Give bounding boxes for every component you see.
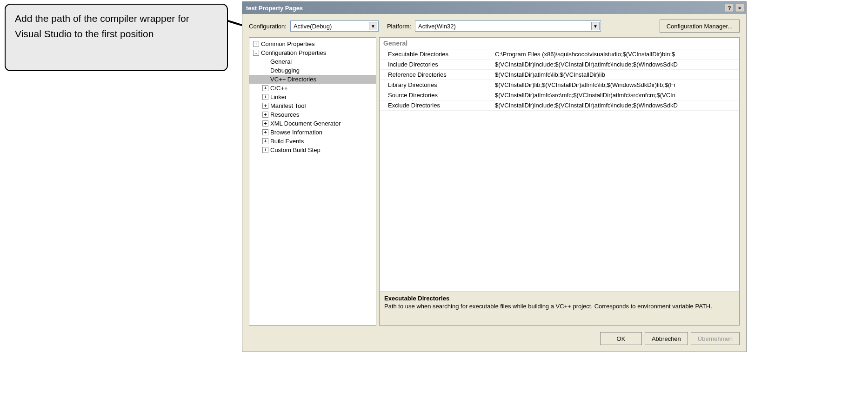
platform-label: Platform: [387, 23, 411, 30]
tree-item[interactable]: +Build Events [249, 137, 376, 146]
apply-button[interactable]: Übernehmen [691, 332, 740, 345]
tree-item-label: General [270, 58, 292, 65]
property-label: Library Directories [380, 80, 491, 90]
property-row[interactable]: Executable DirectoriesC:\Program Files (… [380, 49, 739, 60]
property-label: Exclude Directories [380, 100, 491, 110]
configuration-label: Configuration: [249, 23, 287, 30]
tree-item[interactable]: +Resources [249, 110, 376, 119]
property-label: Source Directories [380, 90, 491, 100]
expand-icon[interactable]: + [262, 112, 268, 118]
tree-view[interactable]: +Common Properties-Configuration Propert… [249, 37, 376, 326]
property-value[interactable]: $(VCInstallDir)atlmfc\lib;$(VCInstallDir… [491, 70, 739, 80]
tree-item-label: Custom Build Step [270, 146, 320, 153]
tree-item-label: Build Events [270, 138, 304, 145]
dialog-title: test Property Pages [246, 5, 303, 12]
expand-icon[interactable]: + [262, 94, 268, 100]
expand-icon[interactable]: + [262, 147, 268, 153]
body-area: +Common Properties-Configuration Propert… [242, 37, 746, 326]
tree-item[interactable]: +C/C++ [249, 84, 376, 93]
property-row[interactable]: Library Directories$(VCInstallDir)lib;$(… [380, 80, 739, 90]
tree-item-label: Manifest Tool [270, 102, 306, 109]
platform-value: Active(Win32) [418, 23, 589, 30]
chevron-down-icon: ▼ [369, 22, 377, 30]
expand-icon[interactable]: + [262, 129, 268, 135]
tree-item[interactable]: General [249, 57, 376, 66]
property-row[interactable]: Source Directories$(VCInstallDir)atlmfc\… [380, 90, 739, 100]
tree-item-label: Common Properties [261, 40, 315, 47]
expand-icon[interactable]: + [253, 41, 259, 47]
tree-item[interactable]: VC++ Directories [249, 75, 376, 84]
tree-item[interactable]: +Browse Information [249, 128, 376, 137]
ok-button[interactable]: OK [600, 332, 642, 345]
callout-text: Add the path of the compiler wrapper for… [15, 13, 189, 39]
tree-item[interactable]: +Common Properties [249, 40, 376, 48]
platform-select[interactable]: Active(Win32) ▼ [415, 20, 601, 32]
expand-icon[interactable]: + [262, 138, 268, 144]
property-row[interactable]: Include Directories$(VCInstallDir)includ… [380, 60, 739, 70]
tree-item-label: Configuration Properties [261, 49, 326, 56]
property-row[interactable]: Reference Directories$(VCInstallDir)atlm… [380, 70, 739, 80]
property-value[interactable]: C:\Program Files (x86)\squishcoco\visual… [491, 49, 739, 59]
tree-item-label: Browse Information [270, 129, 322, 136]
property-label: Include Directories [380, 60, 491, 69]
configuration-select[interactable]: Active(Debug) ▼ [290, 20, 379, 32]
dialog-buttons: OK Abbrechen Übernehmen [242, 326, 746, 352]
close-button[interactable]: × [735, 4, 744, 12]
tree-item[interactable]: +Custom Build Step [249, 146, 376, 154]
cancel-button[interactable]: Abbrechen [645, 332, 688, 345]
tree-item[interactable]: Debugging [249, 66, 376, 75]
callout-box: Add the path of the compiler wrapper for… [5, 4, 228, 71]
configuration-value: Active(Debug) [294, 23, 367, 30]
help-button[interactable]: ? [725, 4, 734, 12]
property-value[interactable]: $(VCInstallDir)include;$(VCInstallDir)at… [491, 100, 739, 110]
tree-item[interactable]: +Manifest Tool [249, 101, 376, 110]
chevron-down-icon: ▼ [591, 22, 600, 30]
expand-icon[interactable]: + [262, 103, 268, 109]
property-row[interactable]: Exclude Directories$(VCInstallDir)includ… [380, 100, 739, 111]
description-text: Path to use when searching for executabl… [384, 303, 734, 310]
property-label: Executable Directories [380, 49, 491, 59]
property-label: Reference Directories [380, 70, 491, 80]
property-value[interactable]: $(VCInstallDir)lib;$(VCInstallDir)atlmfc… [491, 80, 739, 90]
property-value[interactable]: $(VCInstallDir)atlmfc\src\mfc;$(VCInstal… [491, 90, 739, 100]
tree-item[interactable]: -Configuration Properties [249, 48, 376, 57]
property-pages-dialog: test Property Pages ? × Configuration: A… [242, 1, 747, 352]
property-grid: General Executable DirectoriesC:\Program… [379, 37, 740, 292]
description-box: Executable Directories Path to use when … [379, 292, 740, 326]
expand-icon[interactable]: + [262, 120, 268, 126]
toolbar: Configuration: Active(Debug) ▼ Platform:… [242, 14, 746, 37]
title-bar: test Property Pages ? × [242, 2, 746, 14]
collapse-icon[interactable]: - [253, 50, 259, 56]
tree-item[interactable]: +XML Document Generator [249, 119, 376, 128]
tree-item-label: C/C++ [270, 85, 288, 92]
expand-icon[interactable]: + [262, 85, 268, 91]
tree-item-label: VC++ Directories [270, 76, 316, 83]
grid-header: General [380, 38, 739, 49]
tree-item-label: Debugging [270, 67, 300, 74]
description-title: Executable Directories [384, 295, 734, 302]
tree-item-label: Linker [270, 93, 287, 100]
tree-item-label: Resources [270, 111, 299, 118]
configuration-manager-button[interactable]: Configuration Manager... [660, 20, 740, 33]
property-value[interactable]: $(VCInstallDir)include;$(VCInstallDir)at… [491, 60, 739, 69]
tree-item-label: XML Document Generator [270, 120, 341, 127]
tree-item[interactable]: +Linker [249, 93, 376, 101]
right-panel: General Executable DirectoriesC:\Program… [379, 37, 740, 326]
